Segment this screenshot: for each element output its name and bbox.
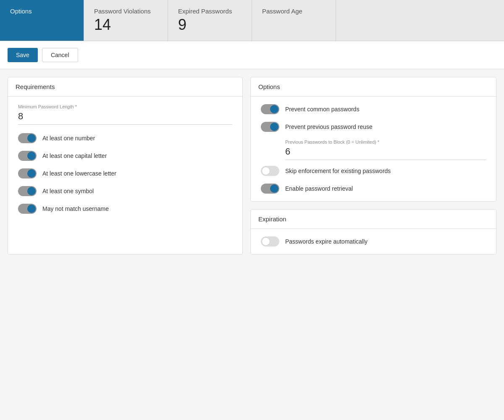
toggle-row-prevent-common: Prevent common passwords — [261, 104, 486, 114]
toggle-one-symbol-label: At least one symbol — [42, 188, 94, 194]
tab-options[interactable]: Options — [0, 0, 84, 41]
toolbar: Save Cancel — [0, 41, 504, 69]
toggle-row-no-username: May not match username — [18, 204, 232, 214]
requirements-card-body: Minimum Password Length * 8 At least one… — [8, 97, 242, 221]
expiration-card-header: Expiration — [251, 210, 496, 229]
min-length-field: Minimum Password Length * 8 — [18, 104, 232, 125]
tab-age[interactable]: Password Age — [252, 0, 336, 41]
toggle-prevent-common[interactable] — [261, 104, 279, 114]
toggle-enable-retrieval[interactable] — [261, 184, 279, 194]
requirements-card: Requirements Minimum Password Length * 8… — [8, 77, 243, 255]
tab-violations[interactable]: Password Violations 14 — [84, 0, 168, 41]
tab-options-label: Options — [10, 8, 74, 15]
expiration-card: Expiration Passwords expire automaticall… — [250, 209, 496, 255]
tab-violations-label: Password Violations — [94, 8, 158, 15]
toggle-one-symbol[interactable] — [18, 186, 37, 196]
toggle-row-one-lowercase: At least one lowercase letter — [18, 168, 232, 178]
toggle-expire-auto-label: Passwords expire automatically — [285, 238, 368, 245]
tab-age-label: Password Age — [262, 8, 326, 15]
main-content: Requirements Minimum Password Length * 8… — [0, 69, 504, 262]
options-card-body: Prevent common passwords Prevent previou… — [251, 97, 496, 201]
toggle-one-number[interactable] — [18, 133, 37, 143]
cancel-button[interactable]: Cancel — [42, 48, 78, 62]
tab-expired[interactable]: Expired Passwords 9 — [168, 0, 252, 41]
toggle-row-one-symbol: At least one symbol — [18, 186, 232, 196]
toggle-one-lowercase[interactable] — [18, 168, 37, 178]
toggle-no-username[interactable] — [18, 204, 37, 214]
toggle-one-capital-label: At least one capital letter — [42, 152, 107, 159]
toggle-prevent-reuse[interactable] — [261, 122, 279, 132]
toggle-row-one-capital: At least one capital letter — [18, 151, 232, 161]
prev-passwords-label: Previous Passwords to Block (0 = Unlimit… — [285, 139, 486, 144]
toggle-no-username-label: May not match username — [42, 205, 109, 212]
options-card: Options Prevent common passwords — [250, 77, 496, 202]
min-length-label: Minimum Password Length * — [18, 104, 232, 109]
tab-violations-count: 14 — [94, 16, 158, 33]
toggle-row-prevent-reuse: Prevent previous password reuse — [261, 122, 486, 132]
toggle-row-one-number: At least one number — [18, 133, 232, 143]
toggle-one-lowercase-label: At least one lowercase letter — [42, 170, 116, 177]
toggle-skip-enforcement-label: Skip enforcement for existing passwords — [285, 168, 391, 174]
toggle-enable-retrieval-label: Enable password retrieval — [285, 185, 353, 192]
toggle-row-expire-auto: Passwords expire automatically — [261, 236, 486, 247]
expiration-card-body: Passwords expire automatically — [251, 229, 496, 254]
prev-passwords-field: Previous Passwords to Block (0 = Unlimit… — [285, 139, 486, 160]
prev-passwords-value: 6 — [285, 146, 486, 160]
requirements-card-header: Requirements — [8, 77, 242, 97]
header-tabs: Options Password Violations 14 Expired P… — [0, 0, 504, 41]
options-card-header: Options — [251, 77, 496, 97]
save-button[interactable]: Save — [8, 48, 38, 62]
min-length-value: 8 — [18, 111, 232, 125]
toggle-prevent-reuse-label: Prevent previous password reuse — [285, 123, 373, 130]
toggle-expire-auto[interactable] — [261, 236, 279, 247]
toggle-one-capital[interactable] — [18, 151, 37, 161]
toggle-one-number-label: At least one number — [42, 135, 95, 142]
toggle-row-enable-retrieval: Enable password retrieval — [261, 184, 486, 194]
tab-expired-label: Expired Passwords — [178, 8, 242, 15]
right-column: Options Prevent common passwords — [250, 77, 496, 255]
toggle-prevent-common-label: Prevent common passwords — [285, 106, 360, 113]
toggle-skip-enforcement[interactable] — [261, 166, 279, 176]
toggle-row-skip-enforcement: Skip enforcement for existing passwords — [261, 166, 486, 176]
tab-expired-count: 9 — [178, 16, 242, 33]
